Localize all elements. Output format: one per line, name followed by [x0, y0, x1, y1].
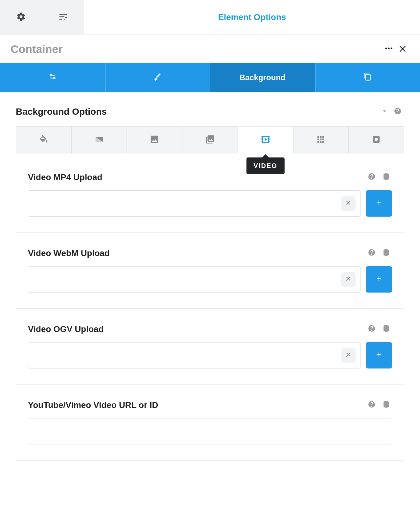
gradient-icon: [94, 134, 104, 146]
section-header: Background Options: [0, 92, 420, 126]
database-icon: [382, 249, 390, 258]
question-circle-icon: [368, 400, 376, 410]
subtab-color[interactable]: [16, 127, 71, 154]
more-button[interactable]: [382, 42, 396, 56]
database-icon: [382, 173, 390, 182]
field-label-mp4: Video MP4 Upload: [28, 172, 363, 182]
close-button[interactable]: [396, 42, 409, 56]
subtab-gradient[interactable]: [71, 127, 127, 154]
subtab-tooltip: VIDEO: [246, 157, 285, 174]
toggle-icon: [48, 72, 57, 83]
main-tabs: Background: [0, 63, 420, 92]
plus-icon: [375, 199, 383, 208]
add-mp4[interactable]: [366, 190, 392, 217]
svg-point-8: [375, 138, 378, 141]
svg-point-2: [391, 47, 392, 49]
subtab-images[interactable]: [182, 127, 238, 154]
background-video-panel: Video MP4 Upload: [16, 154, 404, 461]
field-group-url: YouTube/Vimeo Video URL or ID: [16, 384, 404, 460]
input-url[interactable]: [28, 418, 392, 444]
input-wrap-ogv: [28, 342, 361, 368]
clear-ogv[interactable]: [341, 348, 356, 363]
section-help-button[interactable]: [391, 105, 404, 118]
input-webm[interactable]: [34, 267, 341, 292]
gear-icon: [16, 12, 26, 23]
input-wrap-webm: [28, 266, 361, 293]
background-subtabs: VIDEO: [16, 126, 404, 154]
tab-general[interactable]: [0, 63, 105, 92]
tab-background-label: Background: [240, 73, 286, 82]
brush-icon: [153, 72, 162, 83]
svg-point-0: [385, 47, 387, 49]
element-header: Container: [0, 35, 420, 63]
db-url[interactable]: [380, 399, 392, 411]
field-label-url: YouTube/Vimeo Video URL or ID: [28, 400, 363, 410]
input-mp4[interactable]: [34, 191, 341, 216]
help-ogv[interactable]: [366, 323, 378, 335]
x-icon: [345, 200, 352, 207]
db-webm[interactable]: [380, 247, 392, 259]
db-mp4[interactable]: [380, 171, 392, 183]
tab-background[interactable]: Background: [210, 63, 315, 92]
svg-point-1: [388, 47, 389, 49]
add-ogv[interactable]: [366, 342, 392, 368]
help-webm[interactable]: [366, 247, 378, 259]
db-ogv[interactable]: [380, 323, 392, 335]
dots-horizontal-icon: [384, 44, 393, 54]
help-mp4[interactable]: [366, 171, 378, 183]
input-wrap-mp4: [28, 190, 361, 217]
help-url[interactable]: [366, 399, 378, 411]
x-icon: [345, 351, 352, 359]
plus-icon: [375, 351, 383, 360]
question-circle-icon: [368, 324, 376, 334]
settings-button[interactable]: [0, 0, 42, 35]
field-label-webm: Video WebM Upload: [28, 248, 363, 258]
tab-design[interactable]: [105, 63, 210, 92]
image-icon: [150, 134, 159, 146]
tab-extras[interactable]: [315, 63, 420, 92]
subtab-video[interactable]: VIDEO: [238, 127, 293, 154]
database-icon: [382, 400, 390, 410]
images-icon: [205, 134, 215, 146]
chevron-down-icon: [381, 107, 388, 116]
x-icon: [345, 275, 352, 283]
sliders-icon: [58, 12, 68, 23]
collapse-button[interactable]: [378, 105, 391, 118]
grid-icon: [316, 134, 326, 146]
element-title: Container: [11, 43, 382, 56]
svg-rect-4: [52, 75, 55, 76]
field-group-webm: Video WebM Upload: [16, 232, 404, 308]
paint-bucket-icon: [39, 134, 49, 146]
database-icon: [382, 324, 390, 334]
header-title: Element Options: [84, 0, 420, 35]
plus-icon: [375, 275, 383, 284]
top-toolbar: Element Options: [0, 0, 420, 35]
svg-rect-6: [50, 78, 54, 78]
sliders-button[interactable]: [42, 0, 84, 35]
close-icon: [398, 44, 407, 54]
subtab-image[interactable]: [127, 127, 182, 154]
section-title: Background Options: [16, 107, 378, 117]
copy-icon: [363, 72, 372, 83]
field-group-ogv: Video OGV Upload: [16, 308, 404, 384]
subtab-pattern[interactable]: [293, 127, 349, 154]
video-icon: [261, 134, 270, 146]
clear-webm[interactable]: [341, 272, 356, 287]
field-group-mp4: Video MP4 Upload: [16, 154, 404, 232]
add-webm[interactable]: [366, 266, 392, 293]
mask-icon: [371, 134, 381, 146]
question-circle-icon: [394, 107, 402, 116]
question-circle-icon: [368, 249, 376, 258]
subtab-mask[interactable]: [348, 127, 404, 154]
input-ogv[interactable]: [34, 343, 341, 368]
field-label-ogv: Video OGV Upload: [28, 324, 363, 334]
clear-mp4[interactable]: [341, 196, 356, 211]
question-circle-icon: [368, 173, 376, 182]
